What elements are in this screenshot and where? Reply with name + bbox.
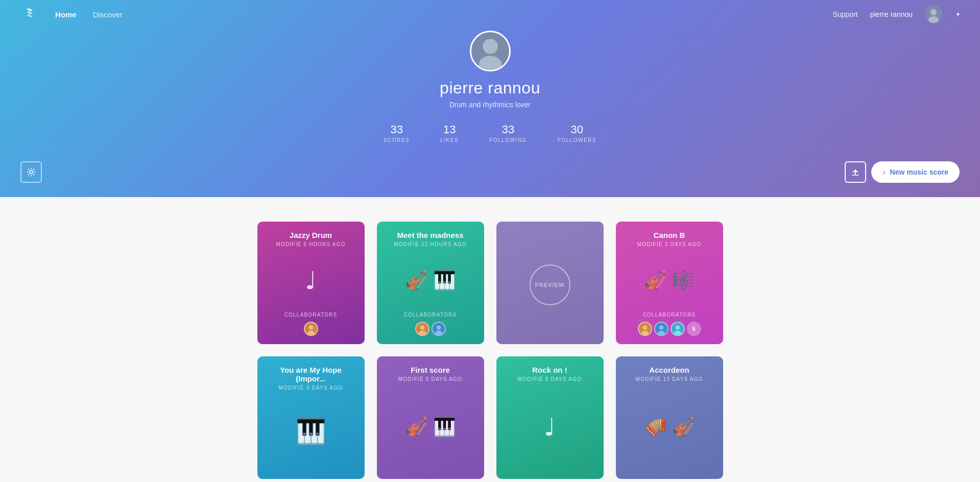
preview-text: PREVIEW — [535, 282, 565, 288]
hero-actions: ♪ New music score — [0, 161, 980, 197]
card-footer — [496, 466, 604, 479]
score-card-meet-madness[interactable]: Meet the madness MODIFIÉ 12 HOURS AGO 🎻 … — [377, 222, 484, 344]
new-score-button[interactable]: ♪ New music score — [871, 161, 960, 183]
svg-point-4 — [483, 39, 498, 54]
card-icon-area: 🪗 🎻 — [616, 388, 723, 466]
card-modified: MODIFIÉ 5 DAYS AGO — [385, 376, 476, 382]
collaborators-avatars — [385, 322, 476, 336]
svg-point-12 — [419, 330, 426, 335]
card-footer — [496, 331, 604, 344]
nav-avatar[interactable] — [925, 6, 942, 23]
card-modified: MODIFIÉ 3 DAYS AGO — [266, 385, 356, 391]
stat-followers: 30 FOLLOWERS — [558, 123, 596, 143]
nav-support[interactable]: Support — [833, 10, 858, 18]
score-card-hope[interactable]: You are My Hope (Impor... MODIFIÉ 3 DAYS… — [257, 356, 365, 479]
logo[interactable] — [20, 5, 39, 23]
card-icon-area: 🎻 🎼 — [616, 253, 723, 307]
followers-number: 30 — [558, 123, 596, 136]
collaborator-avatar — [654, 322, 668, 336]
collaborator-avatar — [432, 322, 446, 336]
card-modified: MODIFIÉ 9 DAYS AGO — [505, 376, 595, 382]
accordion-icon: 🪗 — [644, 416, 667, 438]
score-card-rock-on[interactable]: Rock on ! MODIFIÉ 9 DAYS AGO ♩ — [496, 356, 604, 479]
sheet-music-icon: 🎼 — [672, 270, 695, 291]
card-icon-area: PREVIEW — [496, 239, 604, 331]
piano-icon: 🎹 — [433, 416, 456, 438]
stat-scores: 33 SCORES — [384, 123, 410, 143]
svg-point-18 — [641, 330, 649, 335]
svg-point-24 — [674, 330, 681, 335]
score-card-first[interactable]: First score MODIFIÉ 5 DAYS AGO 🎻 🎹 — [377, 356, 484, 479]
stat-likes: 13 LIKES — [440, 123, 459, 143]
card-icon-area: 🎹 — [257, 397, 365, 466]
card-footer: COLLABORATORS — [377, 307, 484, 344]
svg-point-11 — [420, 325, 424, 330]
nav-username: pierre rannou — [870, 10, 913, 18]
card-icon-area: 🎻 🎹 — [377, 253, 484, 307]
following-number: 33 — [489, 123, 527, 136]
nav-home[interactable]: Home — [55, 10, 77, 19]
card-footer: COLLABORATORS 5 — [616, 307, 723, 344]
card-modified: MODIFIÉ 13 DAYS AGO — [624, 376, 715, 382]
collaborators-count: 5 — [687, 322, 701, 336]
card-title: You are My Hope (Impor... — [266, 366, 356, 383]
svg-point-9 — [307, 330, 315, 335]
svg-point-17 — [642, 325, 647, 330]
hero-stats: 33 SCORES 13 LIKES 33 FOLLOWING 30 FOLLO… — [384, 123, 596, 143]
nav-discover[interactable]: Discover — [93, 10, 123, 19]
card-footer: COLLABORATORS — [257, 307, 365, 344]
followers-label: FOLLOWERS — [558, 137, 596, 143]
svg-point-1 — [930, 9, 937, 15]
preview-circle: PREVIEW — [530, 264, 570, 305]
collaborator-avatar — [638, 322, 652, 336]
hero-name: pierre rannou — [440, 79, 540, 98]
card-modified: MODIFIÉ 3 DAYS AGO — [624, 242, 715, 247]
nav-chevron[interactable]: ▾ — [957, 11, 960, 18]
music-note-icon: ♩ — [544, 413, 556, 441]
collaborator-avatar — [671, 322, 685, 336]
collaborator-avatar — [304, 322, 318, 336]
collaborator-avatar — [415, 322, 429, 336]
nav-links: Home Discover — [55, 10, 833, 19]
following-label: FOLLOWING — [489, 137, 527, 143]
scores-label: SCORES — [384, 137, 410, 143]
violin-icon: 🎻 — [405, 416, 428, 438]
card-title: Jazzy Drum — [266, 231, 356, 239]
new-score-label: New music score — [890, 168, 948, 176]
likes-label: LIKES — [440, 137, 459, 143]
card-title: First score — [385, 366, 476, 374]
scores-grid: Jazzy Drum MODIFIÉ 5 HOURS AGO ♩ COLLABO… — [257, 222, 723, 479]
score-card-canon-b[interactable]: Canon B MODIFIÉ 3 DAYS AGO 🎻 🎼 COLLABORA… — [616, 222, 723, 344]
card-icon-area: 🎻 🎹 — [377, 388, 484, 466]
violin-icon: 🎻 — [672, 416, 695, 438]
card-modified: MODIFIÉ 12 HOURS AGO — [385, 242, 476, 247]
card-footer — [377, 466, 484, 479]
svg-point-6 — [30, 171, 33, 174]
upload-button[interactable] — [845, 161, 866, 183]
hero-avatar — [470, 31, 511, 71]
scores-number: 33 — [384, 123, 410, 136]
score-card-preview[interactable]: PREVIEW — [496, 222, 604, 344]
violin-icon: 🎻 — [405, 270, 428, 291]
card-icon-area: ♩ — [257, 253, 365, 307]
hero-right-buttons: ♪ New music score — [845, 161, 960, 183]
piano-icon: 🎹 — [296, 417, 326, 446]
score-card-accordeon[interactable]: Accordeon MODIFIÉ 13 DAYS AGO 🪗 🎻 — [616, 356, 723, 479]
card-title: Meet the madness — [385, 231, 476, 239]
hero-bio: Drum and rhythmics lover — [449, 101, 531, 109]
svg-point-14 — [436, 325, 441, 330]
music-note-icon: ♩ — [305, 266, 317, 295]
card-footer — [257, 466, 365, 479]
collaborators-avatars — [266, 322, 356, 336]
svg-point-21 — [658, 330, 665, 335]
card-icon-area: ♩ — [496, 388, 604, 466]
score-card-jazzy-drum[interactable]: Jazzy Drum MODIFIÉ 5 HOURS AGO ♩ COLLABO… — [257, 222, 365, 344]
svg-point-15 — [435, 330, 442, 335]
card-modified: MODIFIÉ 5 HOURS AGO — [266, 242, 356, 247]
collaborators-avatars: 5 — [624, 322, 715, 336]
svg-point-8 — [308, 325, 313, 330]
settings-button[interactable] — [20, 161, 42, 183]
hero-section: pierre rannou Drum and rhythmics lover 3… — [0, 0, 980, 197]
music-note-icon: ♪ — [882, 168, 886, 176]
card-title: Rock on ! — [505, 366, 595, 374]
